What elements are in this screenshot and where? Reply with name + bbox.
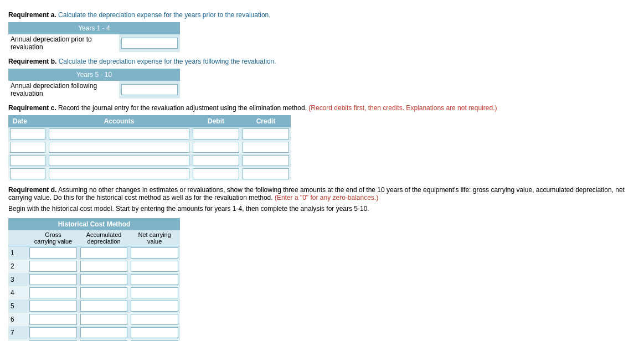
req-c-label: Requirement c. Record the journal entry …	[8, 104, 636, 112]
journal-accounts-2[interactable]	[49, 155, 189, 166]
hist-accum-2[interactable]	[80, 261, 128, 272]
req-d-label: Requirement d. Assuming no other changes…	[8, 186, 634, 202]
hist-gross-4[interactable]	[29, 287, 77, 298]
req-b-table: Years 5 - 10 Annual depreciation followi…	[8, 69, 180, 99]
journal-date-1[interactable]	[10, 142, 45, 153]
journal-accounts-0[interactable]	[49, 128, 189, 140]
hist-year-2: 2	[8, 260, 28, 273]
journal-date-0[interactable]	[10, 128, 45, 140]
years-1-4-header: Years 1 - 4	[8, 22, 180, 34]
hist-row-2: 2	[8, 260, 180, 273]
hist-net-3[interactable]	[131, 274, 178, 285]
journal-credit-3[interactable]	[243, 168, 289, 179]
hist-gross-6[interactable]	[29, 314, 77, 325]
journal-debit-1[interactable]	[193, 142, 239, 153]
col-accounts-header: Accounts	[47, 115, 191, 127]
col-gross-header: Grosscarrying value	[28, 230, 79, 246]
hist-accum-6[interactable]	[80, 314, 128, 325]
hist-accum-4[interactable]	[80, 287, 128, 298]
col-credit-header: Credit	[241, 115, 291, 127]
col-date-header: Date	[8, 115, 47, 127]
journal-accounts-3[interactable]	[49, 168, 189, 179]
hist-row-3: 3	[8, 273, 180, 286]
journal-accounts-1[interactable]	[49, 142, 189, 153]
req-d-instruction: Begin with the historical cost model. St…	[8, 205, 636, 213]
hist-gross-3[interactable]	[29, 274, 77, 285]
col-year-header	[8, 230, 28, 246]
journal-debit-2[interactable]	[193, 155, 239, 166]
req-b-row-label: Annual depreciation following revaluatio…	[8, 81, 119, 99]
hist-accum-5[interactable]	[80, 301, 128, 312]
hist-table: Historical Cost Method Grosscarrying val…	[8, 218, 180, 341]
req-b-label: Requirement b. Calculate the depreciatio…	[8, 58, 636, 65]
hist-net-4[interactable]	[131, 287, 178, 298]
hist-year-5: 5	[8, 299, 28, 313]
journal-credit-1[interactable]	[243, 142, 289, 153]
hist-gross-1[interactable]	[29, 247, 77, 259]
hist-title: Historical Cost Method	[8, 218, 180, 230]
hist-net-6[interactable]	[131, 314, 178, 325]
journal-credit-0[interactable]	[243, 128, 289, 140]
req-a-row-label: Annual depreciation prior to revaluation	[8, 34, 119, 52]
hist-accum-3[interactable]	[80, 274, 128, 285]
req-a-label: Requirement a. Calculate the depreciatio…	[8, 11, 636, 19]
journal-debit-0[interactable]	[193, 128, 239, 140]
hist-row-6: 6	[8, 313, 180, 326]
historical-cost-section: Historical Cost Method Grosscarrying val…	[8, 218, 636, 341]
hist-accum-1[interactable]	[80, 247, 128, 259]
hist-net-5[interactable]	[131, 301, 178, 312]
hist-row-5: 5	[8, 299, 180, 313]
journal-credit-2[interactable]	[243, 155, 289, 166]
req-b-input[interactable]	[121, 84, 178, 95]
hist-year-6: 6	[8, 313, 28, 326]
hist-accum-7[interactable]	[80, 327, 128, 338]
hist-year-7: 7	[8, 326, 28, 339]
hist-gross-5[interactable]	[29, 301, 77, 312]
hist-row-4: 4	[8, 286, 180, 299]
hist-gross-7[interactable]	[29, 327, 77, 338]
journal-date-3[interactable]	[10, 168, 45, 179]
col-accum-header: Accumulateddepreciation	[79, 230, 130, 246]
journal-row	[8, 141, 291, 154]
journal-row	[8, 167, 291, 180]
journal-date-2[interactable]	[10, 155, 45, 166]
col-net-header: Net carryingvalue	[129, 230, 180, 246]
journal-table: Date Accounts Debit Credit	[8, 115, 291, 180]
journal-row	[8, 154, 291, 167]
req-a-table: Years 1 - 4 Annual depreciation prior to…	[8, 22, 180, 52]
hist-year-4: 4	[8, 286, 28, 299]
hist-row-7: 7	[8, 326, 180, 339]
hist-gross-2[interactable]	[29, 261, 77, 272]
hist-net-1[interactable]	[131, 247, 178, 259]
req-a-input[interactable]	[121, 38, 178, 49]
hist-year-1: 1	[8, 246, 28, 260]
journal-debit-3[interactable]	[193, 168, 239, 179]
years-5-10-header: Years 5 - 10	[8, 69, 180, 81]
col-debit-header: Debit	[191, 115, 241, 127]
hist-row-1: 1	[8, 246, 180, 260]
journal-row	[8, 127, 291, 141]
hist-year-3: 3	[8, 273, 28, 286]
hist-net-2[interactable]	[131, 261, 178, 272]
hist-net-7[interactable]	[131, 327, 178, 338]
